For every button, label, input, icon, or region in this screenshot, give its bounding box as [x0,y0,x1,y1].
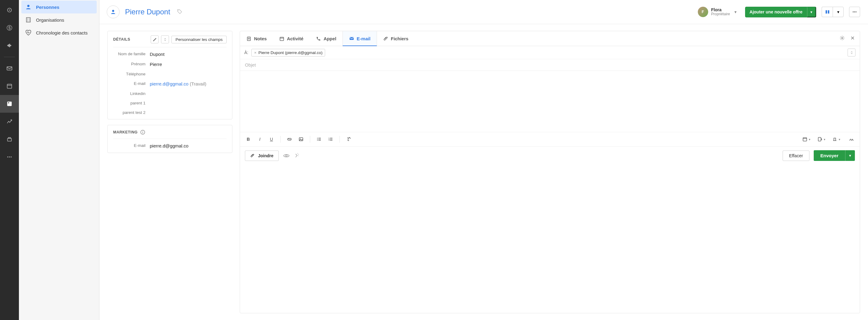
person-avatar [107,5,120,18]
svg-point-10 [9,156,10,157]
sidebar-item-timeline[interactable]: Chronologie des contacts [21,26,97,39]
underline-button[interactable]: U [267,135,276,144]
tracking-icon[interactable] [294,152,301,159]
ordered-list-button[interactable]: 123 [326,135,335,144]
reorder-details-button[interactable] [161,35,169,43]
subject-row [240,59,860,71]
bullet-list-button[interactable] [314,135,323,144]
tab-email[interactable]: E-mail [342,31,377,46]
icon-rail: $ [0,0,19,320]
sidebar-item-label: Personnes [36,5,60,10]
tag-icon[interactable] [177,9,182,15]
paperclip-icon [250,153,255,158]
svg-point-9 [7,156,8,157]
building-icon [25,17,32,23]
layout-columns-button[interactable] [822,7,833,17]
clear-format-button[interactable] [344,135,353,144]
schedule-button[interactable]: ▾ [802,137,810,142]
svg-point-22 [143,131,143,132]
rail-mail-icon[interactable] [0,60,19,77]
email-to-row: À: × Pierre Dupont (pierre.d@ggmal.co) [240,46,860,59]
sidebar-item-organizations[interactable]: Organisations [21,13,97,26]
phone-icon [316,36,321,41]
rail-deals-icon[interactable]: $ [0,19,19,37]
svg-point-32 [317,140,318,141]
subject-input[interactable] [245,62,855,67]
svg-point-30 [317,138,318,138]
svg-point-12 [27,5,29,7]
marketing-field-email: E-mail pierre.d@ggmal.co [108,141,232,153]
field-lastname: Nom de famille Dupont [108,49,232,59]
rail-more-icon[interactable] [0,148,19,166]
svg-rect-8 [8,138,11,141]
mail-icon [349,36,354,41]
rail-insights-icon[interactable] [0,113,19,130]
tab-files[interactable]: Fichiers [377,31,415,46]
font-button[interactable]: ▾ [832,137,840,142]
expand-recipients-button[interactable] [847,49,856,57]
field-linkedin: Linkedin [108,89,232,98]
svg-point-18 [853,11,854,12]
recipient-chip[interactable]: × Pierre Dupont (pierre.d@ggmal.co) [251,49,325,57]
add-deal-dropdown-button[interactable]: ▾ [807,7,816,18]
tab-notes[interactable]: Notes [240,31,273,46]
svg-rect-7 [8,102,9,103]
italic-button[interactable]: I [255,135,265,144]
visibility-icon[interactable] [283,152,290,159]
calendar-icon [279,36,284,41]
customize-fields-button[interactable]: Personnaliser les champs [172,36,227,43]
tab-call[interactable]: Appel [310,31,342,46]
image-button[interactable] [297,135,306,144]
svg-point-14 [112,10,114,12]
person-icon [25,4,32,10]
field-email-type: (Travail) [190,81,206,86]
email-body-editor[interactable] [240,71,860,132]
rail-contacts-icon[interactable] [0,95,19,113]
svg-point-1 [9,9,10,11]
rail-leads-icon[interactable] [0,1,19,19]
sidebar-item-people[interactable]: Personnes [21,1,97,13]
field-email: E-mail pierre.d@ggmal.co (Travail) [108,79,232,89]
page-title[interactable]: Pierre Dupont [125,8,170,16]
svg-text:3: 3 [329,139,330,141]
svg-rect-5 [7,84,12,89]
add-deal-button[interactable]: Ajouter une nouvelle offre [745,7,807,18]
sidebar-item-label: Chronologie des contacts [36,30,88,35]
svg-point-20 [856,11,857,12]
owner-role: Propriétaire [711,12,730,17]
svg-rect-16 [826,10,827,14]
field-parent-test-2: parent test 2 [108,108,232,119]
svg-point-11 [11,156,12,157]
format-toolbar: B I U 123 [240,132,860,146]
attach-button[interactable]: Joindre [245,150,279,161]
close-icon[interactable] [850,36,855,41]
tab-activity[interactable]: Activité [273,31,310,46]
send-dropdown-button[interactable]: ▾ [845,150,855,161]
sidebar-item-label: Organisations [36,18,64,23]
link-button[interactable] [285,135,294,144]
owner-selector[interactable]: F Flora Propriétaire ▾ [698,7,737,17]
bold-button[interactable]: B [244,135,253,144]
info-icon[interactable] [140,129,146,135]
paperclip-icon [383,36,389,41]
rail-products-icon[interactable] [0,130,19,148]
signature-button[interactable] [847,135,856,144]
owner-avatar: F [698,7,708,17]
layout-dropdown-button[interactable]: ▾ [833,7,844,17]
details-title: DÉTAILS [113,37,130,41]
compose-footer: Joindre Effacer Envoyer ▾ [240,146,860,165]
edit-details-button[interactable] [151,35,159,43]
settings-icon[interactable] [840,35,845,41]
template-button[interactable]: ▾ [817,137,825,142]
recipient-text: Pierre Dupont (pierre.d@ggmal.co) [258,50,322,55]
rail-calendar-icon[interactable] [0,77,19,95]
rail-campaigns-icon[interactable] [0,37,19,54]
clear-button[interactable]: Effacer [783,150,809,161]
marketing-title: MARKETING [113,130,137,134]
remove-recipient-icon[interactable]: × [254,50,256,55]
chevron-down-icon: ▾ [735,9,737,14]
marketing-panel: MARKETING E-mail pierre.d@ggmal.co [107,125,232,153]
send-button[interactable]: Envoyer [814,150,845,161]
more-actions-button[interactable] [849,7,860,17]
heartbeat-icon [25,29,32,36]
